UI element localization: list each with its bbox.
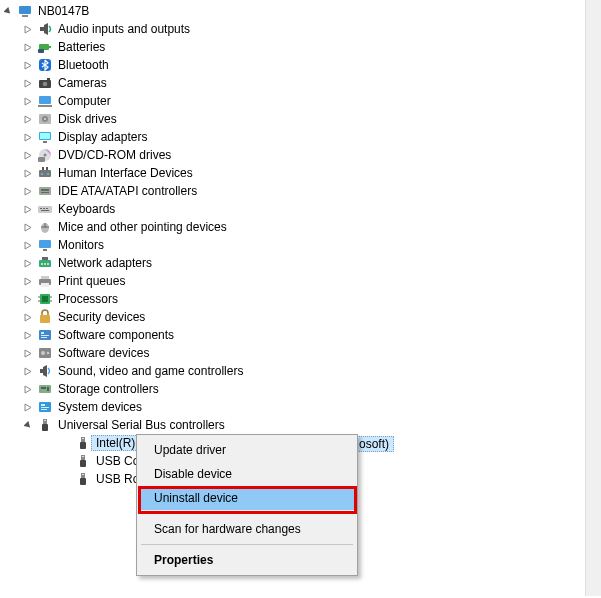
category-computer[interactable]: Computer <box>0 92 601 110</box>
category-security[interactable]: Security devices <box>0 308 601 326</box>
scrollbar[interactable] <box>585 0 601 596</box>
category-monitor[interactable]: Monitors <box>0 236 601 254</box>
category-label: Monitors <box>56 238 104 252</box>
category-battery[interactable]: Batteries <box>0 38 601 56</box>
menu-item-update-driver[interactable]: Update driver <box>140 438 354 462</box>
category-hid[interactable]: Human Interface Devices <box>0 164 601 182</box>
expand-icon[interactable] <box>22 223 34 232</box>
category-label: Disk drives <box>56 112 117 126</box>
network-icon <box>36 255 54 271</box>
category-label: Storage controllers <box>56 382 159 396</box>
computer-icon <box>16 3 34 19</box>
expand-icon[interactable] <box>22 79 34 88</box>
category-sound[interactable]: Sound, video and game controllers <box>0 362 601 380</box>
cpu-icon <box>36 291 54 307</box>
expand-icon[interactable] <box>22 295 34 304</box>
expand-icon[interactable] <box>22 133 34 142</box>
category-swcomp[interactable]: Software components <box>0 326 601 344</box>
category-label: Security devices <box>56 310 145 324</box>
category-mouse[interactable]: Mice and other pointing devices <box>0 218 601 236</box>
category-system[interactable]: System devices <box>0 398 601 416</box>
expand-icon[interactable] <box>22 97 34 106</box>
usb-icon <box>74 471 92 487</box>
root-label: NB0147B <box>36 4 89 18</box>
expand-icon[interactable] <box>22 259 34 268</box>
disk-icon <box>36 111 54 127</box>
expand-icon[interactable] <box>22 241 34 250</box>
expand-icon[interactable] <box>22 385 34 394</box>
category-keyboard[interactable]: Keyboards <box>0 200 601 218</box>
expand-icon[interactable] <box>22 169 34 178</box>
category-label: Display adapters <box>56 130 147 144</box>
menu-separator <box>141 513 353 514</box>
usb-icon <box>74 453 92 469</box>
category-label: Software devices <box>56 346 149 360</box>
category-label: System devices <box>56 400 142 414</box>
context-menu: Update driverDisable deviceUninstall dev… <box>136 434 358 576</box>
expand-icon[interactable] <box>22 151 34 160</box>
menu-item-scan-for-hardware-changes[interactable]: Scan for hardware changes <box>140 517 354 541</box>
ide-icon <box>36 183 54 199</box>
usb-icon <box>74 435 92 451</box>
expand-icon[interactable] <box>22 61 34 70</box>
category-label: Network adapters <box>56 256 152 270</box>
category-swdev[interactable]: Software devices <box>0 344 601 362</box>
expand-icon[interactable] <box>22 313 34 322</box>
swcomp-icon <box>36 327 54 343</box>
battery-icon <box>36 39 54 55</box>
category-label: Software components <box>56 328 174 342</box>
category-label: Print queues <box>56 274 125 288</box>
category-storage[interactable]: Storage controllers <box>0 380 601 398</box>
category-label: Human Interface Devices <box>56 166 193 180</box>
category-cpu[interactable]: Processors <box>0 290 601 308</box>
expand-icon[interactable] <box>22 367 34 376</box>
category-label: IDE ATA/ATAPI controllers <box>56 184 197 198</box>
system-icon <box>36 399 54 415</box>
category-camera[interactable]: Cameras <box>0 74 601 92</box>
category-label: Universal Serial Bus controllers <box>56 418 225 432</box>
computer-icon <box>36 93 54 109</box>
collapse-icon[interactable] <box>2 7 14 16</box>
category-network[interactable]: Network adapters <box>0 254 601 272</box>
category-printer[interactable]: Print queues <box>0 272 601 290</box>
expand-icon[interactable] <box>22 187 34 196</box>
category-dvd[interactable]: DVD/CD-ROM drives <box>0 146 601 164</box>
expand-icon[interactable] <box>22 43 34 52</box>
storage-icon <box>36 381 54 397</box>
swdev-icon <box>36 345 54 361</box>
category-label: Cameras <box>56 76 107 90</box>
dvd-icon <box>36 147 54 163</box>
category-usb[interactable]: Universal Serial Bus controllers <box>0 416 601 434</box>
printer-icon <box>36 273 54 289</box>
device-tree[interactable]: NB0147B Audio inputs and outputsBatterie… <box>0 0 601 490</box>
audio-icon <box>36 21 54 37</box>
display-icon <box>36 129 54 145</box>
expand-icon[interactable] <box>22 205 34 214</box>
category-label: Processors <box>56 292 118 306</box>
category-bluetooth[interactable]: Bluetooth <box>0 56 601 74</box>
expand-icon[interactable] <box>22 277 34 286</box>
expand-icon[interactable] <box>22 403 34 412</box>
category-label: Mice and other pointing devices <box>56 220 227 234</box>
bluetooth-icon <box>36 57 54 73</box>
monitor-icon <box>36 237 54 253</box>
menu-separator <box>141 544 353 545</box>
collapse-icon[interactable] <box>22 421 34 430</box>
expand-icon[interactable] <box>22 25 34 34</box>
menu-item-disable-device[interactable]: Disable device <box>140 462 354 486</box>
category-disk[interactable]: Disk drives <box>0 110 601 128</box>
category-ide[interactable]: IDE ATA/ATAPI controllers <box>0 182 601 200</box>
category-display[interactable]: Display adapters <box>0 128 601 146</box>
category-audio[interactable]: Audio inputs and outputs <box>0 20 601 38</box>
keyboard-icon <box>36 201 54 217</box>
expand-icon[interactable] <box>22 331 34 340</box>
menu-item-properties[interactable]: Properties <box>140 548 354 572</box>
expand-icon[interactable] <box>22 115 34 124</box>
menu-item-uninstall-device[interactable]: Uninstall device <box>140 486 354 510</box>
usb-icon <box>36 417 54 433</box>
category-label: Batteries <box>56 40 105 54</box>
tree-root[interactable]: NB0147B <box>0 2 601 20</box>
category-label: DVD/CD-ROM drives <box>56 148 171 162</box>
expand-icon[interactable] <box>22 349 34 358</box>
category-label: Keyboards <box>56 202 115 216</box>
